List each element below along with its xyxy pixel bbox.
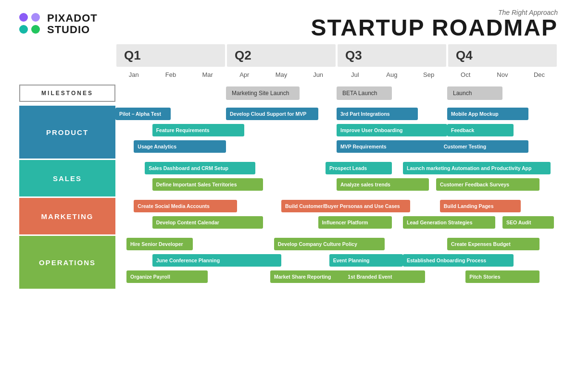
milestone-item-1: BETA Launch	[337, 86, 392, 100]
bar-sales-0-0: Sales Dashboard and CRM Setup	[145, 162, 255, 174]
bar-product-0-1: Develop Cloud Support for MVP	[226, 108, 318, 120]
quarter-label-Q3: Q3	[345, 48, 362, 62]
quarter-Q3: Q3	[338, 44, 446, 67]
title-area: The Right Approach STARTUP ROADMAP	[311, 9, 558, 39]
month-Jun: Jun	[300, 70, 337, 80]
milestones-row: MILESTONESMarketing Site LaunchBETA Laun…	[19, 83, 558, 104]
bar-marketing-1-3: SEO Audit	[502, 216, 554, 229]
logo-area: PIXADOTSTUDIO	[19, 12, 98, 36]
milestone-item-2: Launch	[447, 86, 502, 100]
bar-sales-1-2: Customer Feedback Surveys	[436, 178, 539, 191]
bar-sales-0-1: Prospect Leads	[326, 162, 392, 174]
bar-product-2-0: Usage Analytics	[134, 140, 226, 153]
month-Mar: Mar	[189, 70, 226, 80]
section-label-sales: SALES	[19, 160, 115, 196]
bar-marketing-0-2: Build Landing Pages	[440, 200, 521, 212]
month-Nov: Nov	[484, 70, 521, 80]
bar-marketing-1-2: Lead Generation Strategies	[403, 216, 495, 229]
bar-operations-2-2: 1st Branded Event	[344, 270, 425, 283]
bar-sales-1-0: Define Important Sales Territories	[152, 178, 263, 191]
bar-marketing-1-1: Influencer Platform	[318, 216, 392, 229]
month-Jul: Jul	[337, 70, 374, 80]
bar-operations-1-1: Event Planning	[329, 254, 403, 267]
month-May: May	[263, 70, 300, 80]
dot-4	[31, 25, 40, 34]
bar-operations-1-0: June Conference Planning	[152, 254, 281, 267]
section-label-product: PRODUCT	[19, 106, 115, 159]
bar-product-1-1: Improve User Onboarding	[337, 124, 447, 136]
section-label-operations: OPERATIONS	[19, 236, 115, 289]
month-Apr: Apr	[226, 70, 263, 80]
month-Sep: Sep	[410, 70, 447, 80]
logo-dots	[19, 13, 41, 35]
bar-operations-2-3: Pitch Stories	[465, 270, 539, 283]
bar-product-2-2: Customer Testing	[440, 140, 528, 153]
months-row: JanFebMarAprMayJunJulAugSepOctNovDec	[19, 70, 558, 80]
month-Oct: Oct	[447, 70, 484, 80]
section-row-product: PRODUCTPilot – Alpha TestDevelop Cloud S…	[19, 106, 558, 159]
bar-product-2-1: MVP Requirements	[337, 140, 447, 153]
bar-product-0-2: 3rd Part Integrations	[337, 108, 418, 120]
dot-2	[31, 13, 40, 22]
bar-operations-0-0: Hire Senior Developer	[126, 238, 193, 250]
month-Feb: Feb	[152, 70, 189, 80]
bar-operations-0-1: Develop Company Culture Policy	[274, 238, 385, 250]
bar-product-0-0: Pilot – Alpha Test	[115, 108, 171, 120]
bar-sales-0-2: Launch marketing Automation and Producti…	[403, 162, 551, 174]
quarter-Q2: Q2	[227, 44, 336, 67]
dot-3	[19, 25, 28, 34]
main-title: STARTUP ROADMAP	[311, 16, 558, 39]
milestone-item-0: Marketing Site Launch	[226, 86, 300, 100]
bar-product-1-0: Feature Requirements	[152, 124, 245, 136]
bar-operations-1-2: Established Onboarding Process	[403, 254, 514, 267]
logo-text: PIXADOTSTUDIO	[47, 12, 98, 36]
bar-marketing-1-0: Develop Content Calendar	[152, 216, 263, 229]
month-Jan: Jan	[115, 70, 152, 80]
milestones-label: MILESTONES	[19, 85, 115, 102]
quarter-Q1: Q1	[116, 44, 225, 67]
quarter-label-Q4: Q4	[456, 48, 473, 62]
bar-product-0-3: Mobile App Mockup	[447, 108, 528, 120]
quarter-label-Q1: Q1	[124, 48, 141, 62]
month-Dec: Dec	[521, 70, 558, 80]
section-label-marketing: MARKETING	[19, 198, 115, 234]
bar-product-1-2: Feedback	[447, 124, 514, 136]
quarter-Q4: Q4	[448, 44, 557, 67]
dot-1	[19, 13, 28, 22]
section-row-operations: OPERATIONSHire Senior DeveloperDevelop C…	[19, 236, 558, 289]
bar-operations-0-2: Create Expenses Budget	[447, 238, 539, 250]
header: PIXADOTSTUDIO The Right Approach STARTUP…	[0, 0, 577, 44]
bar-sales-1-1: Analyze sales trends	[337, 178, 429, 191]
quarters-row: Q1Q2Q3Q4	[19, 44, 558, 67]
bar-marketing-0-0: Create Social Media Accounts	[134, 200, 237, 212]
section-row-sales: SALESSales Dashboard and CRM SetupProspe…	[19, 160, 558, 196]
bar-operations-2-0: Organize Payroll	[126, 270, 208, 283]
roadmap-container: Q1Q2Q3Q4JanFebMarAprMayJunJulAugSepOctNo…	[19, 44, 558, 289]
quarter-label-Q2: Q2	[235, 48, 251, 62]
month-Aug: Aug	[374, 70, 411, 80]
section-row-marketing: MARKETINGCreate Social Media AccountsBui…	[19, 198, 558, 234]
bar-marketing-0-1: Build Customer/Buyer Personas and Use Ca…	[281, 200, 410, 212]
